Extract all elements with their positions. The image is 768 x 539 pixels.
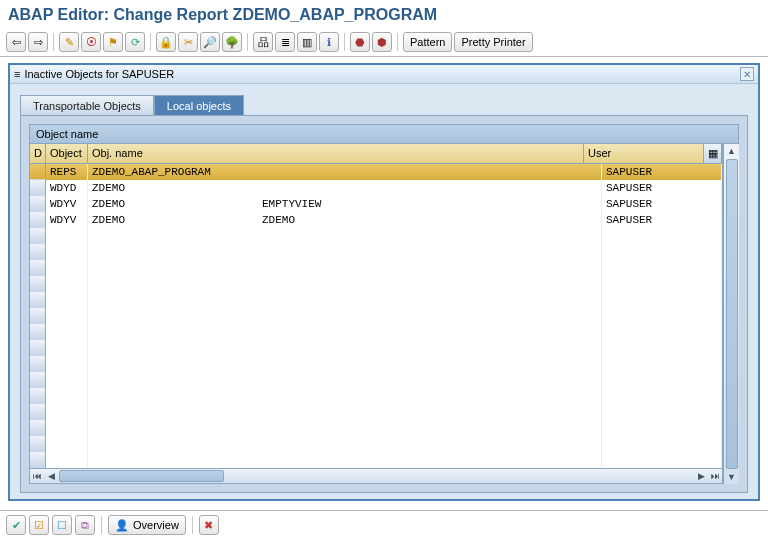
tab-local[interactable]: Local objects — [154, 95, 244, 116]
separator — [150, 33, 151, 51]
unlock-icon[interactable]: ✂ — [178, 32, 198, 52]
row-selector[interactable] — [30, 180, 46, 196]
row-selector[interactable] — [30, 388, 46, 404]
cell-user: SAPUSER — [602, 196, 722, 212]
outline-icon[interactable]: ≣ — [275, 32, 295, 52]
row-selector[interactable] — [30, 340, 46, 356]
table-row[interactable] — [30, 228, 722, 244]
separator — [192, 516, 193, 534]
table-row[interactable] — [30, 308, 722, 324]
cell-user: SAPUSER — [602, 212, 722, 228]
overview-button[interactable]: 👤 Overview — [108, 515, 186, 535]
table-row[interactable] — [30, 260, 722, 276]
forward-icon[interactable]: ⇨ — [28, 32, 48, 52]
object-tree-icon[interactable]: 🌳 — [222, 32, 242, 52]
row-selector[interactable] — [30, 228, 46, 244]
row-selector[interactable] — [30, 196, 46, 212]
table-row[interactable] — [30, 276, 722, 292]
scroll-right-end-icon[interactable]: ⏭ — [708, 469, 722, 483]
breakpoint-icon[interactable]: ⬣ — [350, 32, 370, 52]
cancel-icon[interactable]: ✖ — [199, 515, 219, 535]
info-icon[interactable]: ℹ — [319, 32, 339, 52]
pretty-printer-button[interactable]: Pretty Printer — [454, 32, 532, 52]
check-dependencies-icon[interactable]: ⧉ — [75, 515, 95, 535]
dialog-footer-toolbar: ✔ ☑ ☐ ⧉ 👤 Overview ✖ — [0, 510, 768, 539]
row-selector[interactable] — [30, 308, 46, 324]
scroll-left-start-icon[interactable]: ⏮ — [30, 469, 44, 483]
application-toolbar: ⇦ ⇨ ✎ ⦿ ⚑ ⟳ 🔒 ✂ 🔎 🌳 品 ≣ ▥ ℹ ⬣ ⬢ Pattern … — [0, 30, 768, 57]
scroll-left-icon[interactable]: ◀ — [44, 469, 58, 483]
scroll-up-icon[interactable]: ▲ — [724, 144, 739, 158]
display-change-icon[interactable]: ⦿ — [81, 32, 101, 52]
table-row[interactable] — [30, 356, 722, 372]
version-icon[interactable]: ⟳ — [125, 32, 145, 52]
separator — [247, 33, 248, 51]
cell-object: WDYD — [46, 180, 88, 196]
cell-object: WDYV — [46, 196, 88, 212]
hierarchy-icon[interactable]: 品 — [253, 32, 273, 52]
list-icon: ≡ — [14, 68, 20, 80]
table-row[interactable] — [30, 244, 722, 260]
page-title: ABAP Editor: Change Report ZDEMO_ABAP_PR… — [0, 0, 768, 30]
watchpoint-icon[interactable]: ⬢ — [372, 32, 392, 52]
row-selector[interactable] — [30, 260, 46, 276]
close-icon[interactable]: ✕ — [740, 67, 754, 81]
row-selector[interactable] — [30, 356, 46, 372]
row-selector[interactable] — [30, 212, 46, 228]
cell-obj-name: ZDEMOZDEMO — [88, 212, 602, 228]
other-object-icon[interactable]: ✎ — [59, 32, 79, 52]
cell-obj-name: ZDEMO — [88, 180, 602, 196]
lock-icon[interactable]: 🔒 — [156, 32, 176, 52]
scroll-right-icon[interactable]: ▶ — [694, 469, 708, 483]
tab-transportable[interactable]: Transportable Objects — [20, 95, 154, 116]
overview-label: Overview — [133, 519, 179, 531]
table-row[interactable]: REPSZDEMO_ABAP_PROGRAMSAPUSER — [30, 164, 722, 180]
deselect-all-icon[interactable]: ☐ — [52, 515, 72, 535]
col-obj-name[interactable]: Obj. name — [88, 144, 584, 163]
row-selector[interactable] — [30, 436, 46, 452]
cell-user: SAPUSER — [602, 164, 722, 180]
dialog-title: Inactive Objects for SAPUSER — [24, 68, 174, 80]
table-row[interactable] — [30, 340, 722, 356]
select-all-icon[interactable]: ☑ — [29, 515, 49, 535]
row-selector[interactable] — [30, 292, 46, 308]
table-row[interactable]: WDYVZDEMOEMPTYVIEWSAPUSER — [30, 196, 722, 212]
col-select[interactable]: D — [30, 144, 46, 163]
table-row[interactable] — [30, 372, 722, 388]
row-selector[interactable] — [30, 164, 46, 180]
table-row[interactable]: WDYVZDEMOZDEMOSAPUSER — [30, 212, 722, 228]
row-selector[interactable] — [30, 276, 46, 292]
row-selector[interactable] — [30, 324, 46, 340]
scroll-down-icon[interactable]: ▼ — [724, 470, 739, 484]
h-scrollbar[interactable]: ⏮ ◀ ▶ ⏭ — [30, 468, 722, 483]
table-row[interactable] — [30, 324, 722, 340]
table-row[interactable] — [30, 436, 722, 452]
table-row[interactable] — [30, 420, 722, 436]
where-used-icon[interactable]: 🔎 — [200, 32, 220, 52]
layout-icon[interactable]: ▥ — [297, 32, 317, 52]
v-scrollbar[interactable]: ▲ ▼ — [723, 144, 739, 484]
table-row[interactable] — [30, 404, 722, 420]
cell-object: REPS — [46, 164, 88, 180]
activate-icon[interactable]: ⚑ — [103, 32, 123, 52]
row-selector[interactable] — [30, 420, 46, 436]
separator — [344, 33, 345, 51]
separator — [53, 33, 54, 51]
back-icon[interactable]: ⇦ — [6, 32, 26, 52]
col-user[interactable]: User — [584, 144, 704, 163]
table-row[interactable]: WDYDZDEMOSAPUSER — [30, 180, 722, 196]
group-object-name: Object name — [29, 124, 739, 144]
confirm-icon[interactable]: ✔ — [6, 515, 26, 535]
table-row[interactable] — [30, 292, 722, 308]
row-selector[interactable] — [30, 404, 46, 420]
row-selector[interactable] — [30, 372, 46, 388]
grid-settings-icon[interactable]: ▦ — [704, 144, 722, 163]
dialog-titlebar: ≡ Inactive Objects for SAPUSER ✕ — [10, 65, 758, 84]
pattern-button[interactable]: Pattern — [403, 32, 452, 52]
table-row[interactable] — [30, 388, 722, 404]
row-selector[interactable] — [30, 452, 46, 468]
table-row[interactable] — [30, 452, 722, 468]
cell-obj-name: ZDEMOEMPTYVIEW — [88, 196, 602, 212]
col-object[interactable]: Object — [46, 144, 88, 163]
row-selector[interactable] — [30, 244, 46, 260]
